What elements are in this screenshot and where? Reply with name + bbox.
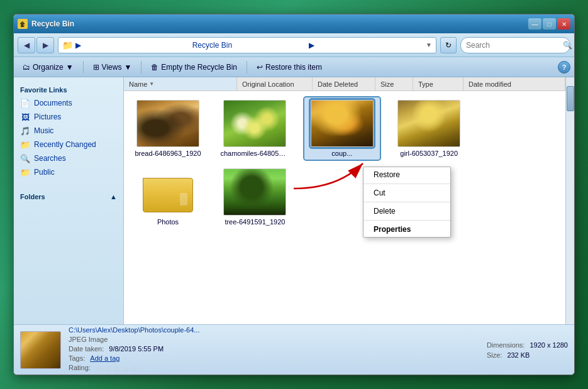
pictures-icon: 🖼 xyxy=(20,112,30,122)
context-menu-cut[interactable]: Cut xyxy=(363,185,450,200)
maximize-button[interactable]: □ xyxy=(543,18,556,30)
file-name-girl: girl-6053037_1920 xyxy=(400,150,458,157)
folders-section[interactable]: Folders ▲ xyxy=(14,190,123,203)
col-date-del-header[interactable]: Date Deleted xyxy=(313,77,375,90)
status-row-size: Size: 232 KB xyxy=(487,351,568,359)
sidebar-item-recently-changed[interactable]: 📁 Recently Changed xyxy=(14,138,123,151)
documents-icon: 📄 xyxy=(20,98,30,108)
file-name-photos: Photos xyxy=(157,218,179,226)
file-item-chamomiles[interactable]: chamomiles-6480598_1... xyxy=(217,97,292,160)
status-path: C:\Users\Alex\Desktop\Photos\couple-64..… xyxy=(69,326,199,334)
context-menu-separator-1 xyxy=(363,184,450,184)
column-headers: Name ▼ Original Location Date Deleted Si… xyxy=(124,77,565,91)
sidebar: Favorite Links 📄 Documents 🖼 Pictures 🎵 … xyxy=(14,77,124,324)
folders-label: Folders xyxy=(20,193,45,200)
col-type-header[interactable]: Type xyxy=(413,77,463,90)
minimize-button[interactable]: — xyxy=(528,18,541,30)
organize-icon: 🗂 xyxy=(23,63,30,72)
sort-arrow: ▼ xyxy=(149,81,154,87)
file-name-chamomiles: chamomiles-6480598_1... xyxy=(220,150,289,157)
dimensions-value: 1920 x 1280 xyxy=(530,341,568,349)
context-menu-restore[interactable]: Restore xyxy=(363,167,450,182)
toolbar: 🗂 Organize ▼ ⊞ Views ▼ 🗑 Empty the Recyc… xyxy=(14,57,574,77)
file-area: Name ▼ Original Location Date Deleted Si… xyxy=(124,77,565,324)
sidebar-item-pictures[interactable]: 🖼 Pictures xyxy=(14,110,123,124)
address-dropdown[interactable]: ▼ xyxy=(426,41,432,48)
main-window: 🗑 Recycle Bin — □ ✕ ◀ ▶ 📁 ▶ Recycle Bin … xyxy=(13,14,575,375)
close-button[interactable]: ✕ xyxy=(557,18,570,30)
col-name-header[interactable]: Name ▼ xyxy=(124,77,237,90)
size-value: 232 KB xyxy=(507,351,530,359)
back-button[interactable]: ◀ xyxy=(18,37,35,53)
address-path-arrow: ▶ xyxy=(309,41,423,50)
title-bar: 🗑 Recycle Bin — □ ✕ xyxy=(14,14,574,33)
bread-image xyxy=(137,101,199,146)
scroll-thumb[interactable] xyxy=(567,86,574,111)
sidebar-item-music[interactable]: 🎵 Music xyxy=(14,124,123,138)
file-item-photos[interactable]: Photos xyxy=(130,166,206,228)
organize-label: Organize xyxy=(33,63,64,72)
status-thumbnail xyxy=(20,331,61,369)
file-name-tree: tree-6491591_1920 xyxy=(225,218,285,226)
context-menu: Restore Cut Delete Properties xyxy=(363,167,451,238)
restore-item-button[interactable]: ↩ Restore this item xyxy=(252,60,327,75)
toolbar-separator-1 xyxy=(83,61,84,74)
sidebar-item-music-label: Music xyxy=(34,126,53,135)
sidebar-item-searches[interactable]: 🔍 Searches xyxy=(14,151,123,165)
views-label: Views xyxy=(102,63,122,72)
folder-icon-large xyxy=(143,172,193,212)
date-taken-label: Date taken: xyxy=(69,345,104,353)
file-name-couple: coup... xyxy=(331,150,352,157)
folder-icon: 📁 xyxy=(62,40,73,50)
address-bar: ◀ ▶ 📁 ▶ Recycle Bin ▶ ▼ ↻ 🔍 xyxy=(14,33,574,57)
col-size-header[interactable]: Size xyxy=(375,77,413,90)
restore-item-label: Restore this item xyxy=(265,63,322,72)
status-row-dimensions: Dimensions: 1920 x 1280 xyxy=(487,341,568,349)
sidebar-item-searches-label: Searches xyxy=(34,154,66,163)
context-menu-delete[interactable]: Delete xyxy=(363,204,450,219)
address-input-container[interactable]: 📁 ▶ Recycle Bin ▶ ▼ xyxy=(58,37,436,53)
files-grid: bread-6486963_1920 chamomiles-6480598_1.… xyxy=(124,91,565,324)
search-input[interactable] xyxy=(466,41,560,50)
title-controls: — □ ✕ xyxy=(528,18,570,30)
size-label: Size: xyxy=(487,351,502,359)
sidebar-item-public-label: Public xyxy=(34,168,55,177)
search-box[interactable]: 🔍 xyxy=(460,37,570,53)
file-thumbnail-bread xyxy=(136,100,199,147)
title-icon: 🗑 xyxy=(18,19,28,29)
search-icon[interactable]: 🔍 xyxy=(563,41,572,50)
empty-recycle-bin-button[interactable]: 🗑 Empty the Recycle Bin xyxy=(146,60,242,75)
file-item-girl[interactable]: girl-6053037_1920 xyxy=(391,97,467,160)
main-content: Favorite Links 📄 Documents 🖼 Pictures 🎵 … xyxy=(14,77,574,324)
help-button[interactable]: ? xyxy=(558,61,570,74)
status-row-tags: Tags: Add a tag xyxy=(69,354,199,362)
address-path: ▶ xyxy=(75,41,190,50)
scrollbar[interactable] xyxy=(565,77,574,324)
file-item-tree[interactable]: tree-6491591_1920 xyxy=(217,166,292,228)
organize-button[interactable]: 🗂 Organize ▼ xyxy=(18,60,79,75)
file-thumbnail-tree xyxy=(223,168,286,216)
rating-label: Rating: xyxy=(69,364,91,373)
file-item-bread[interactable]: bread-6486963_1920 xyxy=(130,97,206,160)
organize-arrow: ▼ xyxy=(66,63,74,72)
file-thumbnail-girl xyxy=(397,100,460,147)
views-arrow: ▼ xyxy=(124,63,131,72)
sidebar-item-documents[interactable]: 📄 Documents xyxy=(14,96,123,110)
views-button[interactable]: ⊞ Views ▼ xyxy=(88,60,137,75)
context-menu-separator-3 xyxy=(363,220,450,221)
tags-value[interactable]: Add a tag xyxy=(90,354,119,362)
forward-button[interactable]: ▶ xyxy=(36,37,54,53)
rating-stars[interactable]: ☆☆☆☆☆ xyxy=(96,364,140,373)
refresh-button[interactable]: ↻ xyxy=(440,37,457,53)
file-thumbnail-folder xyxy=(136,168,199,216)
sidebar-item-public[interactable]: 📁 Public xyxy=(14,165,123,179)
status-row-date: Date taken: 9/8/2019 5:55 PM xyxy=(69,345,199,353)
chamomiles-image xyxy=(224,101,286,146)
file-item-couple[interactable]: coup... xyxy=(304,97,380,160)
status-row-rating: Rating: ☆☆☆☆☆ xyxy=(69,364,199,373)
file-thumbnail-couple xyxy=(311,100,374,147)
col-date-mod-header[interactable]: Date modified xyxy=(463,77,565,90)
context-menu-properties[interactable]: Properties xyxy=(363,222,450,237)
folders-arrow-icon: ▲ xyxy=(110,193,117,200)
col-orig-loc-header[interactable]: Original Location xyxy=(237,77,313,90)
